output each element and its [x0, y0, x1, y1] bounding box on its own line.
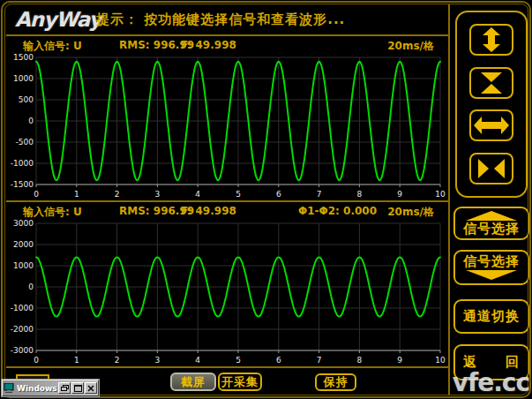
waveform-chart-2: 0123456789103000200010000-1000-2000-3000 — [6, 216, 446, 365]
close-icon — [87, 385, 94, 392]
maximize-button[interactable] — [71, 382, 84, 394]
svg-text:0: 0 — [34, 190, 39, 199]
svg-text:2000: 2000 — [13, 240, 34, 249]
svg-text:1000: 1000 — [13, 74, 34, 83]
svg-text:-3000: -3000 — [11, 346, 34, 355]
svg-text:8: 8 — [357, 190, 363, 199]
screenshot-button[interactable]: 截屏 — [170, 373, 216, 391]
hint-title: 提示： 按功能键选择信号和查看波形... — [96, 11, 345, 28]
svg-text:7: 7 — [317, 190, 322, 199]
svg-text:1: 1 — [74, 356, 79, 365]
svg-text:-2000: -2000 — [11, 325, 34, 334]
panel2-phase-value: Φ1-Φ2: 0.000 — [298, 205, 377, 217]
back-button[interactable]: 返 回 — [453, 344, 529, 380]
svg-text:3000: 3000 — [13, 219, 34, 228]
svg-text:10: 10 — [435, 356, 446, 365]
header-bar: AnyWay 提示： 按功能键选择信号和查看波形... — [6, 4, 448, 36]
waveform-panel-1: 输入信号: U RMS: 996.99 F: 49.998 20ms/格 012… — [6, 36, 448, 200]
svg-text:4: 4 — [195, 356, 200, 365]
analyzer-screen: AnyWay 提示： 按功能键选择信号和查看波形... 输入信号: U RMS:… — [0, 0, 532, 399]
svg-text:2: 2 — [115, 356, 120, 365]
svg-text:3: 3 — [155, 190, 161, 199]
back-label: 返 回 — [463, 355, 520, 370]
start-acquisition-button[interactable]: 开采集 — [218, 373, 262, 391]
svg-text:-1500: -1500 — [11, 180, 34, 189]
waveform-panel-2: 输入信号: U RMS: 996.99 F: 49.998 Φ1-Φ2: 0.0… — [6, 202, 448, 366]
svg-text:-1000: -1000 — [11, 304, 34, 312]
svg-text:5: 5 — [236, 356, 241, 365]
signal-select-down-label: 信号选择 — [463, 254, 520, 269]
windows-app-icon — [4, 383, 14, 393]
taskbar-window-title: Windows ... — [17, 384, 57, 393]
channel-switch-label: 通道切换 — [463, 309, 520, 324]
svg-text:6: 6 — [276, 356, 281, 365]
svg-text:1500: 1500 — [13, 53, 34, 62]
svg-text:-500: -500 — [16, 138, 34, 147]
signal-select-down-button[interactable]: 信号选择 — [453, 250, 529, 285]
expand-horizontal-icon — [474, 113, 509, 138]
anyway-logo: AnyWay — [15, 8, 93, 31]
signal-select-up-label: 信号选择 — [463, 222, 520, 237]
svg-text:1: 1 — [74, 190, 79, 199]
svg-text:0: 0 — [34, 356, 39, 365]
waveform-chart-1: 012345678910150010005000-500-1000-1500 — [6, 50, 446, 199]
horizontal-expand-button[interactable] — [469, 109, 513, 141]
svg-text:7: 7 — [317, 356, 322, 365]
horizontal-compress-button[interactable] — [469, 153, 513, 184]
svg-text:0: 0 — [28, 117, 34, 125]
svg-text:0: 0 — [28, 282, 34, 291]
restore-icon — [61, 385, 69, 392]
sidebar: 信号选择 信号选择 通道切换 返 回 — [450, 4, 528, 395]
svg-text:2: 2 — [115, 190, 120, 199]
panel1-freq-value: F: 49.998 — [181, 39, 236, 51]
triangle-up-icon — [466, 211, 517, 221]
svg-text:9: 9 — [397, 190, 402, 199]
zoom-button-group — [455, 11, 528, 198]
svg-text:500: 500 — [19, 95, 34, 104]
svg-text:6: 6 — [276, 190, 281, 199]
signal-select-up-button[interactable]: 信号选择 — [453, 207, 529, 240]
triangle-down-icon — [466, 270, 517, 280]
compress-vertical-icon — [474, 71, 509, 95]
maximize-icon — [74, 385, 82, 392]
taskbar-window[interactable]: Windows ... — [2, 380, 99, 396]
hold-button[interactable]: 保持 — [315, 373, 356, 391]
svg-text:3: 3 — [155, 356, 161, 365]
close-button[interactable] — [85, 382, 97, 394]
compress-horizontal-icon — [474, 156, 509, 181]
channel-switch-button[interactable]: 通道切换 — [453, 299, 529, 334]
svg-text:8: 8 — [357, 356, 363, 365]
svg-text:10: 10 — [435, 190, 446, 199]
svg-text:1000: 1000 — [13, 261, 34, 270]
expand-vertical-icon — [474, 27, 509, 52]
vertical-expand-button[interactable] — [469, 24, 513, 56]
vertical-compress-button[interactable] — [469, 67, 513, 99]
svg-text:5: 5 — [236, 190, 241, 199]
svg-text:-1000: -1000 — [11, 159, 34, 168]
svg-text:4: 4 — [195, 190, 200, 199]
panel2-freq-value: F: 49.998 — [181, 205, 236, 217]
restore-button[interactable] — [58, 382, 71, 394]
svg-text:9: 9 — [397, 356, 402, 365]
